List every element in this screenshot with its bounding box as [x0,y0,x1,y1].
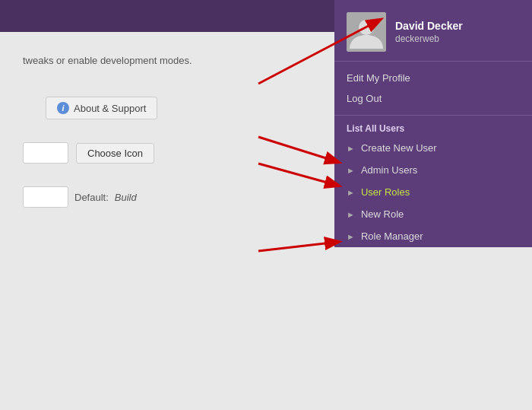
user-display-name: David Decker [395,20,463,32]
section-label: List All Users [334,116,532,137]
menu-arrow-icon: ► [347,144,355,153]
profile-links: Edit My Profile Log Out [334,62,532,116]
user-dropdown-menu: David Decker deckerweb Edit My Profile L… [334,0,532,247]
menu-item-role-manager[interactable]: ►Role Manager [334,225,532,247]
menu-arrow-icon: ► [347,166,355,175]
menu-item-label: User Roles [361,186,410,198]
about-support-button[interactable]: i About & Support [46,97,157,119]
about-support-label: About & Support [74,103,146,114]
user-info: David Decker deckerweb [395,20,463,44]
info-icon: i [57,102,69,114]
default-input[interactable] [23,186,68,208]
svg-point-2 [359,20,374,35]
menu-item-label: Create New User [361,142,437,154]
user-avatar-large [347,12,386,52]
menu-arrow-icon: ► [347,210,355,219]
menu-item-label: Admin Users [361,164,417,176]
menu-arrow-icon: ► [347,188,355,197]
icon-input[interactable] [23,142,68,164]
default-label: Default: [74,192,109,203]
menu-item-user-roles[interactable]: ►User Roles [334,181,532,203]
menu-item-create-user[interactable]: ►Create New User [334,137,532,159]
menu-item-admin-users[interactable]: ►Admin Users [334,159,532,181]
menu-items-list: ►Create New User►Admin Users►User Roles►… [334,137,532,247]
choose-icon-button[interactable]: Choose Icon [76,143,154,164]
default-value: Build [115,192,137,203]
menu-item-label: Role Manager [361,230,423,242]
edit-profile-link[interactable]: Edit My Profile [334,68,532,88]
dropdown-header: David Decker deckerweb [334,0,532,62]
user-handle: deckerweb [395,33,463,44]
menu-item-new-role[interactable]: ►New Role [334,203,532,225]
menu-item-label: New Role [361,208,404,220]
logout-link[interactable]: Log Out [334,88,532,109]
menu-arrow-icon: ► [347,232,355,241]
